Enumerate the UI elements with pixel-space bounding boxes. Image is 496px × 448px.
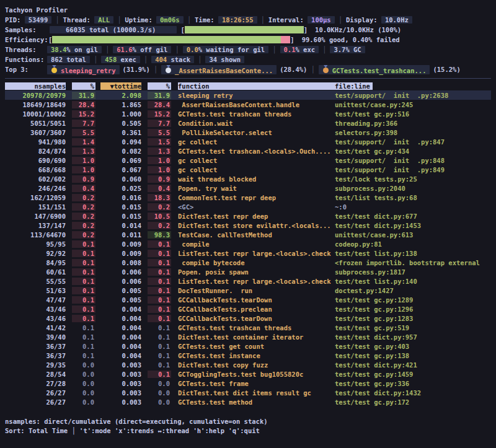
threads-stats: 38.4% on gil│61.6% off gil│0.0% waiting … <box>47 46 365 53</box>
table-row[interactable]: 690/6901.00.0691.0gc_collecttest/support… <box>5 156 491 165</box>
functions-line: Functions: 862 total│458 exec│404 stack│… <box>5 55 491 64</box>
table-row[interactable]: 36/370.10.0040.1GCTests.test_get_countte… <box>5 341 491 351</box>
efficiency-result: 99.60% good, 0.40% failed <box>302 36 400 43</box>
table-row[interactable]: 84/950.10.0080.1_compile_bytecode<frozen… <box>5 258 491 267</box>
cell-pct-cumulative: 0.0 <box>148 389 171 397</box>
cell-nsamples: 941/980 <box>5 138 66 146</box>
cell-pct-cumulative: 0.1 <box>148 343 171 350</box>
stat-value: 3.7 <box>334 46 345 53</box>
cell-function: _PollLikeSelector.select <box>178 129 335 136</box>
table-row[interactable]: 151/1510.20.0150.2<GC>~:0 <box>5 202 491 211</box>
stat-chip: 0.1% exc <box>280 46 319 53</box>
column-header-pct-cumulative[interactable]: % <box>148 82 171 90</box>
separator: │ <box>322 46 326 53</box>
table-row[interactable]: 47/470.10.0050.1GCCallbackTests.tearDown… <box>5 295 491 304</box>
table-row[interactable]: 147/69000.20.01510.5DictTest.test_repr_d… <box>5 211 491 221</box>
stat-suffix: % waiting for gil <box>198 46 265 53</box>
cell-nsamples: 84/95 <box>5 259 66 266</box>
cell-fileline: test/support/__init__.py:2638 <box>335 92 491 99</box>
column-header-tottime-sorted[interactable]: ▼tottime <box>100 82 141 90</box>
separator: │ <box>105 46 109 53</box>
efficiency-label: Efficiency: <box>5 36 48 43</box>
stat-suffix: exec <box>117 56 136 63</box>
table-row[interactable]: 824/8741.30.0821.3GCTests.test_trashcan.… <box>5 146 491 156</box>
table-row[interactable]: 668/6681.00.0671.0gc_collecttest/support… <box>5 165 491 174</box>
column-header-nsamples[interactable]: nsamples <box>5 82 66 90</box>
table-row[interactable]: 113/646700.20.01198.3TestCase._callTestM… <box>5 230 491 239</box>
table-row[interactable]: 26/270.00.0030.0DictTest.test_dict_items… <box>5 388 491 397</box>
table-row[interactable]: 27/280.00.0030.0GCTests.test_frametest/t… <box>5 379 491 388</box>
table-row[interactable]: 55/550.10.0060.1ListTest.test_repr_large… <box>5 276 491 286</box>
table-row[interactable]: 36/370.10.0040.1GCTests.test_instancetes… <box>5 351 491 360</box>
functions-stats: 862 total│458 exec│404 stack│34 shown <box>47 56 244 63</box>
separator: │ <box>339 16 342 24</box>
cell-fileline: unittest/case.py:245 <box>335 101 491 108</box>
cell-function: DocTestRunner.__run <box>178 287 335 294</box>
column-header-function[interactable]: function <box>178 82 335 90</box>
cell-nsamples: 29/35 <box>5 361 66 369</box>
column-header-pct-direct[interactable]: % <box>72 82 95 90</box>
silver-medal-icon <box>165 65 172 73</box>
table-row[interactable]: 18649/1864928.41.86528.4_AssertRaisesBas… <box>5 100 491 109</box>
cell-nsamples: 51/63 <box>5 287 66 294</box>
table-row[interactable]: 28/540.00.0030.1GCTogglingTests.test_bug… <box>5 369 491 379</box>
cell-function: DictTest.test_container_iterator <box>178 333 335 341</box>
stat-value: 61.6 <box>117 46 132 53</box>
cell-tottime: 0.011 <box>100 231 141 239</box>
cell-tottime: 1.865 <box>100 101 141 108</box>
top3-entries: sleeping_retry(31.9%)│_AssertRaisesBaseC… <box>47 65 461 74</box>
cell-pct-cumulative: 0.1 <box>148 278 171 285</box>
table-row[interactable]: 162/120590.20.01618.3CommonTest.test_rep… <box>5 193 491 202</box>
tachyon-profiler-app: Tachyon Profiler PID: 53499 │ Thread: AL… <box>0 0 496 435</box>
cell-tottime: 1.000 <box>100 110 141 118</box>
top3-entry[interactable]: sleeping_retry <box>47 65 120 74</box>
table-row[interactable]: 20978/2097931.92.09831.9sleeping_retryte… <box>5 90 491 100</box>
cell-fileline: test/test_gc.py:138 <box>335 352 491 359</box>
table-row[interactable]: 43/460.10.0040.1GCCallbackTests.tearDown… <box>5 314 491 323</box>
column-header-fileline[interactable]: file:line <box>335 82 491 90</box>
top3-label: Top 3: <box>5 66 47 73</box>
table-row[interactable]: 3607/36075.50.3615.5_PollLikeSelector.se… <box>5 128 491 137</box>
table-row[interactable]: 602/6020.90.0600.9wait_threads_blockedte… <box>5 174 491 183</box>
cell-tottime: 0.069 <box>100 157 141 164</box>
table-row[interactable]: 95/950.10.0090.1_compilecodeop.py:81 <box>5 239 491 248</box>
thread-value[interactable]: ALL <box>94 16 113 24</box>
top3-percent: (15.2%) <box>433 66 460 73</box>
table-row[interactable]: 5051/50517.70.5057.7Condition.waitthread… <box>5 118 491 128</box>
uptime-value: 0m06s <box>156 16 184 24</box>
efficiency-bar-good <box>52 36 281 43</box>
cell-pct-direct: 0.1 <box>72 305 95 313</box>
table-row[interactable]: 26/270.00.0030.0GCTests.test_methodtest/… <box>5 397 491 406</box>
cell-nsamples: 137/147 <box>5 222 66 229</box>
table-row[interactable]: 43/460.10.0040.1GCCallbackTests.preclean… <box>5 304 491 314</box>
table-row[interactable]: 29/350.00.0030.1DictTest.test_copy_fuzzt… <box>5 360 491 369</box>
stat-value: 34 <box>209 56 217 63</box>
cell-function: GCTests.test_frame <box>178 380 335 387</box>
cell-fileline: test/test_gc.py:172 <box>335 398 491 406</box>
cell-tottime: 0.006 <box>100 278 141 285</box>
top3-entry[interactable]: GCTests.test_trashcan... <box>319 65 430 74</box>
table-row[interactable]: 10001/1000215.21.00015.2GCTests.test_tra… <box>5 109 491 118</box>
table-row[interactable]: 39/400.10.0040.1DictTest.test_container_… <box>5 332 491 341</box>
table-row[interactable]: 51/630.10.0050.1DocTestRunner.__rundocte… <box>5 286 491 295</box>
cell-function: _AssertRaisesBaseContext.handle <box>178 101 335 108</box>
cell-nsamples: 151/151 <box>5 203 66 211</box>
cell-tottime: 0.025 <box>100 185 141 192</box>
table-row[interactable]: 60/610.10.0060.1Popen._posix_spawnsubpro… <box>5 267 491 276</box>
efficiency-bar-bracket-close: ] <box>290 36 294 43</box>
table-row[interactable]: 941/9801.40.0941.5gc_collecttest/support… <box>5 137 491 146</box>
cell-fileline: test/test_dict.py:1432 <box>335 389 491 397</box>
table-row[interactable]: 92/920.10.0090.1ListTest.test_repr_large… <box>5 248 491 258</box>
table-row[interactable]: 246/2460.40.0250.4Popen._try_waitsubproc… <box>5 183 491 193</box>
table-row[interactable]: 137/1470.20.0140.2DictTest.test_store_ev… <box>5 221 491 230</box>
top3-entry[interactable]: _AssertRaisesBaseConte... <box>161 65 277 74</box>
footer: nsamples: direct/cumulative (direct=exec… <box>5 416 491 435</box>
cell-fileline: doctest.py:1427 <box>335 287 491 294</box>
table-row[interactable]: 41/420.10.0040.1GCTests.test_trashcan_th… <box>5 323 491 332</box>
cell-function: Condition.wait <box>178 120 335 127</box>
cell-nsamples: 26/27 <box>5 398 66 406</box>
cell-tottime: 0.004 <box>100 315 141 322</box>
samples-bar <box>185 26 304 33</box>
stat-chip: 404 stack <box>151 56 194 63</box>
cell-pct-direct: 0.1 <box>72 250 95 257</box>
